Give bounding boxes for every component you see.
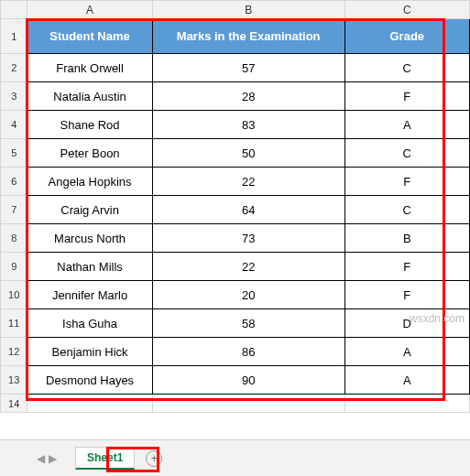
select-all-corner[interactable]: [1, 1, 27, 19]
row-header[interactable]: 10: [1, 281, 27, 309]
cell-grade[interactable]: F: [344, 82, 469, 111]
cell-grade[interactable]: F: [344, 253, 469, 281]
header-grade[interactable]: Grade: [344, 19, 469, 54]
empty-cell[interactable]: [344, 395, 469, 413]
table-row: 6Angela Hopkins22F: [1, 168, 470, 196]
row-header[interactable]: 11: [1, 309, 27, 338]
cell-grade[interactable]: A: [344, 111, 469, 139]
cell-marks[interactable]: 50: [152, 139, 344, 168]
spreadsheet-grid[interactable]: A B C 1 Student Name Marks in the Examin…: [0, 0, 470, 439]
cell-marks[interactable]: 28: [152, 82, 344, 111]
sheet-tab-bar: ◀ ▶ Sheet1 +: [0, 439, 470, 476]
tab-nav-arrows: ◀ ▶: [37, 452, 57, 465]
row-header[interactable]: 8: [1, 224, 27, 253]
column-header-C[interactable]: C: [344, 1, 469, 19]
row-header[interactable]: 9: [1, 253, 27, 281]
row-header[interactable]: 13: [1, 366, 27, 395]
cell-grade[interactable]: C: [344, 139, 469, 168]
cell-grade[interactable]: F: [344, 281, 469, 309]
cell-grade[interactable]: A: [344, 338, 469, 366]
cell-student-name[interactable]: Shane Rod: [27, 111, 152, 139]
cell-marks[interactable]: 22: [152, 168, 344, 196]
table-row: 12Benjamin Hick86A: [1, 338, 470, 366]
table-row: 7Craig Arvin64C: [1, 196, 470, 224]
cell-marks[interactable]: 73: [152, 224, 344, 253]
cell-student-name[interactable]: Frank Orwell: [27, 54, 152, 82]
cell-grade[interactable]: B: [344, 224, 469, 253]
empty-cell[interactable]: [152, 395, 344, 413]
sheet-tab-active[interactable]: Sheet1: [75, 447, 135, 470]
table-row: 2Frank Orwell57C: [1, 54, 470, 82]
cell-student-name[interactable]: Craig Arvin: [27, 196, 152, 224]
table-row: 3Natalia Austin28F: [1, 82, 470, 111]
cell-marks[interactable]: 83: [152, 111, 344, 139]
cell-grade[interactable]: A: [344, 366, 469, 395]
cell-student-name[interactable]: Natalia Austin: [27, 82, 152, 111]
cell-student-name[interactable]: Peter Boon: [27, 139, 152, 168]
cell-student-name[interactable]: Benjamin Hick: [27, 338, 152, 366]
table-row: 8Marcus North73B: [1, 224, 470, 253]
row-header[interactable]: 4: [1, 111, 27, 139]
row-header-1[interactable]: 1: [1, 19, 27, 54]
table-row: 11Isha Guha58D: [1, 309, 470, 338]
cell-grade[interactable]: C: [344, 196, 469, 224]
cell-student-name[interactable]: Isha Guha: [27, 309, 152, 338]
row-header[interactable]: 6: [1, 168, 27, 196]
empty-cell[interactable]: [27, 395, 152, 413]
cell-student-name[interactable]: Nathan Mills: [27, 253, 152, 281]
column-header-B[interactable]: B: [152, 1, 344, 19]
row-header[interactable]: 7: [1, 196, 27, 224]
cell-student-name[interactable]: Desmond Hayes: [27, 366, 152, 395]
cell-student-name[interactable]: Jennifer Marlo: [27, 281, 152, 309]
row-header[interactable]: 2: [1, 54, 27, 82]
cell-marks[interactable]: 22: [152, 253, 344, 281]
tab-nav-right-icon[interactable]: ▶: [49, 452, 57, 465]
row-header[interactable]: 14: [1, 395, 27, 413]
table-row: 5Peter Boon50C: [1, 139, 470, 168]
cell-grade[interactable]: C: [344, 54, 469, 82]
column-header-A[interactable]: A: [27, 1, 152, 19]
cell-student-name[interactable]: Angela Hopkins: [27, 168, 152, 196]
add-sheet-button[interactable]: +: [146, 450, 162, 467]
cell-marks[interactable]: 57: [152, 54, 344, 82]
table-row: 13Desmond Hayes90A: [1, 366, 470, 395]
watermark-text: wsxdn.com: [410, 312, 465, 325]
cell-marks[interactable]: 90: [152, 366, 344, 395]
cell-student-name[interactable]: Marcus North: [27, 224, 152, 253]
table-row: 10Jennifer Marlo20F: [1, 281, 470, 309]
cell-marks[interactable]: 64: [152, 196, 344, 224]
table-row: 4Shane Rod83A: [1, 111, 470, 139]
cell-marks[interactable]: 86: [152, 338, 344, 366]
row-header[interactable]: 5: [1, 139, 27, 168]
cell-marks[interactable]: 20: [152, 281, 344, 309]
cell-marks[interactable]: 58: [152, 309, 344, 338]
tab-nav-left-icon[interactable]: ◀: [37, 452, 45, 465]
cell-grade[interactable]: F: [344, 168, 469, 196]
row-header[interactable]: 3: [1, 82, 27, 111]
header-marks[interactable]: Marks in the Examination: [152, 19, 344, 54]
row-header[interactable]: 12: [1, 338, 27, 366]
header-student-name[interactable]: Student Name: [27, 19, 152, 54]
table-row: 9Nathan Mills22F: [1, 253, 470, 281]
